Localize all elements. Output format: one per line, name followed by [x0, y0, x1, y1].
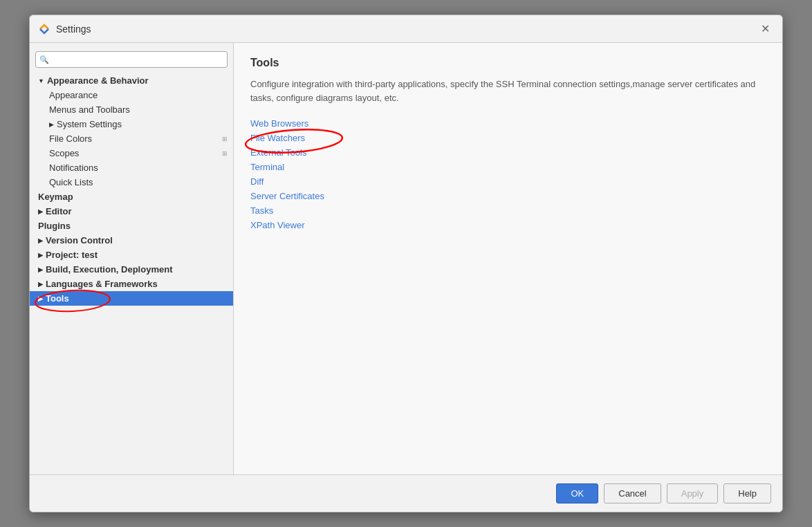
search-input[interactable] — [35, 51, 228, 68]
sidebar-item-label: Editor — [46, 206, 72, 216]
link-terminal[interactable]: Terminal — [250, 162, 284, 172]
sidebar-item-appearance[interactable]: Appearance — [30, 88, 233, 102]
sidebar-item-label: Scopes — [49, 148, 79, 158]
sidebar-item-build-execution[interactable]: ▶ Build, Execution, Deployment — [30, 262, 233, 277]
link-external-tools[interactable]: External Tools — [250, 147, 306, 158]
main-content: 🔍 ▼ Appearance & Behavior Appearance Men… — [30, 43, 782, 474]
title-bar: Settings ✕ — [30, 15, 782, 43]
sidebar-item-version-control[interactable]: ▶ Version Control — [30, 233, 233, 248]
expand-arrow: ▶ — [49, 121, 54, 128]
expand-arrow: ▼ — [38, 77, 44, 84]
sidebar-item-label: Menus and Toolbars — [49, 104, 130, 115]
sidebar-item-scopes[interactable]: Scopes ⊞ — [30, 146, 233, 160]
tools-item-wrapper: ▶ Tools — [30, 291, 233, 306]
external-icon: ⊞ — [222, 150, 228, 157]
link-web-browsers[interactable]: Web Browsers — [250, 118, 308, 129]
app-logo — [38, 23, 50, 35]
close-button[interactable]: ✕ — [757, 21, 774, 37]
sidebar-item-system-settings[interactable]: ▶ System Settings — [30, 117, 233, 131]
apply-button[interactable]: Apply — [667, 483, 719, 503]
search-box: 🔍 — [35, 51, 228, 68]
link-file-watchers[interactable]: File Watchers — [250, 133, 305, 143]
sidebar: 🔍 ▼ Appearance & Behavior Appearance Men… — [30, 43, 234, 474]
expand-arrow: ▶ — [38, 208, 43, 215]
ok-button[interactable]: OK — [556, 483, 598, 503]
content-description: Configure integration with third-party a… — [250, 77, 766, 104]
sidebar-item-plugins[interactable]: Plugins — [30, 219, 233, 233]
expand-arrow: ▶ — [38, 237, 43, 244]
sidebar-item-appearance-behavior[interactable]: ▼ Appearance & Behavior — [30, 73, 233, 88]
sidebar-item-tools[interactable]: ▶ Tools — [30, 291, 233, 306]
expand-arrow: ▶ — [38, 252, 43, 259]
file-watchers-wrapper: File Watchers — [250, 133, 305, 143]
sidebar-item-menus-toolbars[interactable]: Menus and Toolbars — [30, 102, 233, 117]
sidebar-item-file-colors[interactable]: File Colors ⊞ — [30, 131, 233, 146]
link-tasks[interactable]: Tasks — [250, 205, 273, 216]
sidebar-item-quick-lists[interactable]: Quick Lists — [30, 175, 233, 189]
expand-arrow: ▶ — [38, 295, 43, 302]
sidebar-item-label: Version Control — [46, 235, 113, 246]
sidebar-item-project-test[interactable]: ▶ Project: test — [30, 248, 233, 262]
sidebar-item-editor[interactable]: ▶ Editor — [30, 204, 233, 219]
title-bar-left: Settings — [38, 23, 91, 35]
search-icon: 🔍 — [39, 55, 49, 64]
sidebar-item-languages-frameworks[interactable]: ▶ Languages & Frameworks — [30, 277, 233, 291]
sidebar-item-label: Plugins — [38, 221, 71, 231]
sidebar-item-label: Languages & Frameworks — [46, 279, 158, 289]
link-diff[interactable]: Diff — [250, 176, 264, 187]
sidebar-item-label: Build, Execution, Deployment — [46, 264, 172, 275]
footer: OK Cancel Apply Help — [30, 474, 782, 512]
expand-arrow: ▶ — [38, 266, 43, 273]
sidebar-item-label: Keymap — [38, 192, 73, 202]
sidebar-item-label: Notifications — [49, 163, 98, 173]
sidebar-item-label: Appearance — [49, 90, 98, 100]
dialog-title: Settings — [56, 24, 91, 35]
sidebar-item-label: File Colors — [49, 133, 92, 144]
expand-arrow: ▶ — [38, 281, 43, 288]
cancel-button[interactable]: Cancel — [604, 483, 661, 503]
sidebar-item-keymap[interactable]: Keymap — [30, 189, 233, 204]
sidebar-item-label: Appearance & Behavior — [47, 75, 149, 86]
settings-dialog: Settings ✕ 🔍 ▼ Appearance & Behavior App… — [29, 15, 783, 512]
link-xpath-viewer[interactable]: XPath Viewer — [250, 220, 305, 230]
content-title: Tools — [250, 57, 766, 69]
sidebar-item-label: Project: test — [46, 250, 98, 260]
external-icon: ⊞ — [222, 136, 228, 142]
sidebar-item-notifications[interactable]: Notifications — [30, 160, 233, 175]
content-area: Tools Configure integration with third-p… — [234, 43, 782, 474]
link-server-certificates[interactable]: Server Certificates — [250, 191, 324, 201]
sidebar-item-label: Quick Lists — [49, 177, 93, 187]
content-links: Web Browsers File Watchers External Tool… — [250, 118, 766, 230]
sidebar-item-label: Tools — [46, 293, 69, 304]
sidebar-item-label: System Settings — [57, 119, 122, 129]
help-button[interactable]: Help — [723, 483, 771, 503]
